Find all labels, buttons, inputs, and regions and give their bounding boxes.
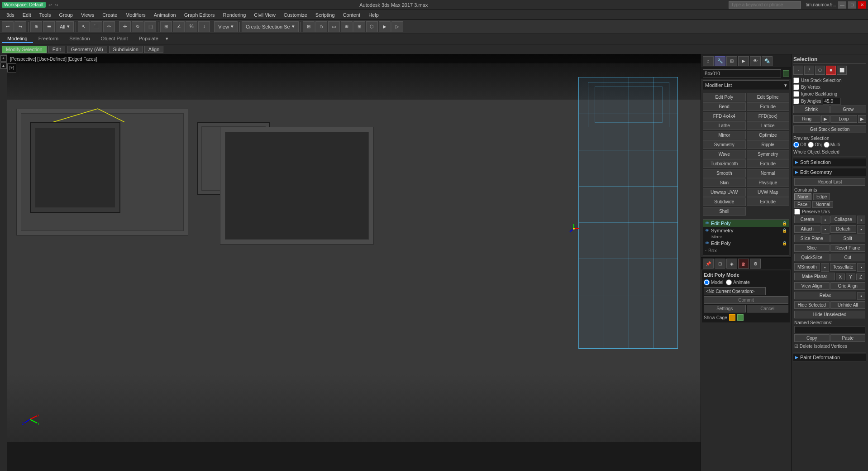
get-stack-selection-button[interactable]: Get Stack Selection <box>793 125 866 133</box>
stack-item-edit-poly-2[interactable]: 👁 Edit Poly 🔒 <box>703 240 789 247</box>
border-icon-btn[interactable]: ⬡ <box>815 66 825 75</box>
render-button[interactable]: ▷ <box>391 21 403 32</box>
copy-ns-button[interactable]: Copy <box>794 334 830 342</box>
modify-tab-icon[interactable]: 🔧 <box>715 56 725 66</box>
mod-bend[interactable]: Bend <box>703 102 746 111</box>
by-vertex-checkbox[interactable] <box>793 84 799 90</box>
preserve-uvs-checkbox[interactable] <box>794 209 800 215</box>
cancel-operation-button[interactable]: Cancel <box>747 305 789 312</box>
mod-ffd4x4x4[interactable]: FFD 4x4x4 <box>703 112 746 120</box>
mod-lathe[interactable]: Lathe <box>703 121 746 130</box>
ctx-align[interactable]: Align <box>144 46 163 53</box>
none-constraint-btn[interactable]: None <box>794 193 811 200</box>
menu-views[interactable]: Views <box>77 11 98 19</box>
face-constraint-btn[interactable]: Face <box>794 201 811 208</box>
move-button[interactable]: ✛ <box>119 21 131 32</box>
menu-edit[interactable]: Edit <box>19 11 35 19</box>
polygon-icon-btn[interactable]: ■ <box>826 66 836 75</box>
tab-object-paint[interactable]: Object Paint <box>95 35 134 43</box>
mod-wave[interactable]: Wave <box>703 150 746 159</box>
object-color-swatch[interactable] <box>783 70 789 77</box>
menu-create[interactable]: Create <box>99 11 121 19</box>
mod-physique[interactable]: Physique <box>747 178 790 187</box>
mod-turbosmooth[interactable]: TurboSmooth <box>703 159 746 168</box>
menu-civil-view[interactable]: Civil View <box>250 11 279 19</box>
mod-ffd-box[interactable]: FFD(box) <box>747 112 790 120</box>
relax-button[interactable]: Relax <box>794 292 856 299</box>
grid-align-button[interactable]: Grid Align <box>830 282 866 290</box>
mod-smooth[interactable]: Smooth <box>703 169 746 178</box>
track-view-button[interactable]: ≋ <box>341 21 353 32</box>
mod-extrude-3[interactable]: Extrude <box>747 197 790 206</box>
create-settings-btn[interactable]: ▪ <box>821 216 830 224</box>
model-radio[interactable]: Model <box>704 279 723 285</box>
detach-settings-btn[interactable]: ▪ <box>857 225 865 234</box>
mod-skin[interactable]: Skin <box>703 178 746 187</box>
vertex-icon-btn[interactable]: · <box>793 66 803 75</box>
stack-item-edit-poly-1[interactable]: 👁 Edit Poly 🔒 <box>703 220 789 227</box>
object-name-input[interactable] <box>703 69 781 77</box>
material-editor-button[interactable]: ⬡ <box>366 21 378 32</box>
tab-selection[interactable]: Selection <box>64 35 95 43</box>
menu-animation[interactable]: Animation <box>150 11 180 19</box>
angle-snap-button[interactable]: ∠ <box>173 21 185 32</box>
preview-obj-option[interactable]: Obj <box>808 142 822 148</box>
snap-toggle-button[interactable]: ⊞ <box>160 21 172 32</box>
msmooth-button[interactable]: MSmooth <box>794 263 820 271</box>
select-region-button[interactable]: ⬛ <box>91 21 102 32</box>
relax-settings-btn[interactable]: ▪ <box>857 292 865 300</box>
tab-populate[interactable]: Populate <box>133 35 163 43</box>
show-end-result-button[interactable]: ⊡ <box>715 259 725 269</box>
edit-geometry-header[interactable]: ▶ Edit Geometry <box>793 168 866 176</box>
planar-z-btn[interactable]: Z <box>856 274 865 280</box>
search-input[interactable] <box>729 1 801 9</box>
menu-content[interactable]: Content <box>339 11 364 19</box>
hide-unselected-button[interactable]: Hide Unselected <box>794 311 865 318</box>
collapse-settings-btn[interactable]: ▪ <box>857 216 865 224</box>
commit-button[interactable]: Commit <box>704 296 788 304</box>
mod-extrude-2[interactable]: Extrude <box>747 159 790 168</box>
mod-subdivide[interactable]: Subdivide <box>703 197 746 206</box>
loop-arrow-button[interactable]: ▶ <box>858 115 866 123</box>
menu-tools[interactable]: Tools <box>36 11 55 19</box>
menu-help[interactable]: Help <box>365 11 382 19</box>
settings-button[interactable]: Settings <box>704 305 746 312</box>
undo-button[interactable]: ↩ <box>2 21 14 32</box>
collapse-button[interactable]: Collapse <box>830 216 857 223</box>
stack-item-symmetry[interactable]: 👁 Symmetry 🔒 <box>703 227 789 234</box>
mod-uvw-map[interactable]: UVW Map <box>747 188 790 197</box>
rotate-button[interactable]: ↻ <box>132 21 143 32</box>
menu-scripting[interactable]: Scripting <box>312 11 339 19</box>
display-tab-icon[interactable]: 👁 <box>750 56 761 66</box>
msmooth-settings-btn[interactable]: ▪ <box>821 263 829 272</box>
viewport[interactable]: [Perspective] [User-Defined] [Edged Face… <box>7 54 701 442</box>
tessellate-settings-btn[interactable]: ▪ <box>857 263 865 272</box>
ctx-edit[interactable]: Edit <box>48 46 65 53</box>
scale-button[interactable]: ⬚ <box>144 21 156 32</box>
layer-button[interactable]: ▭ <box>328 21 340 32</box>
cut-button[interactable]: Cut <box>830 254 866 261</box>
mod-edit-spline[interactable]: Edit Spline <box>747 93 790 101</box>
angle-value-input[interactable] <box>823 98 841 105</box>
menu-rendering[interactable]: Rendering <box>219 11 250 19</box>
detach-button[interactable]: Detach <box>830 225 857 233</box>
left-panel-btn-1[interactable]: + <box>0 55 7 62</box>
grow-button[interactable]: Grow <box>830 106 867 113</box>
preview-off-option[interactable]: Off <box>793 142 806 148</box>
animate-radio[interactable]: Animate <box>726 279 750 285</box>
split-button[interactable]: Split <box>830 235 866 242</box>
repeat-last-button[interactable]: Repeat Last <box>794 178 865 186</box>
menu-group[interactable]: Group <box>55 11 76 19</box>
use-stack-checkbox[interactable] <box>793 77 799 83</box>
current-operation-input[interactable] <box>704 287 766 295</box>
ctx-subdivision[interactable]: Subdivision <box>109 46 143 53</box>
ignore-backfacing-checkbox[interactable] <box>793 91 799 97</box>
redo-button[interactable]: ↪ <box>14 21 26 32</box>
paint-deformation-header[interactable]: ▶ Paint Deformation <box>793 354 866 361</box>
mod-edit-poly[interactable]: Edit Poly <box>703 93 746 101</box>
ctx-geometry-all[interactable]: Geometry (All) <box>67 46 107 53</box>
close-button[interactable]: ✕ <box>858 1 866 9</box>
create-selection-dropdown[interactable]: Create Selection Se ▾ <box>242 21 299 32</box>
loop-button[interactable]: Loop <box>830 115 858 123</box>
populate-dropdown-icon[interactable]: ▾ <box>166 36 168 42</box>
